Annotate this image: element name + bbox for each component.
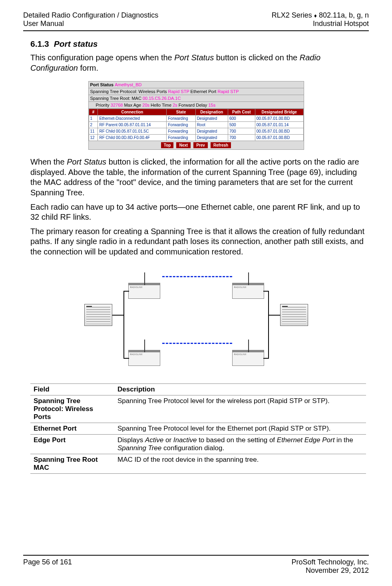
page-footer: Page 56 of 161 ProSoft Technology, Inc. … (23, 558, 369, 575)
c: 1 (89, 115, 98, 122)
wire-icon (112, 315, 124, 316)
table-row: Edge Port Displays Active or Inactive to… (30, 434, 366, 454)
pl3h: 15s (208, 103, 215, 107)
c: 500 (228, 122, 255, 128)
fd-desc: Spanning Tree Protocol level for the wir… (114, 395, 366, 423)
switch-right-icon (280, 304, 308, 326)
wire-icon (263, 358, 269, 359)
fd-desc: MAC ID of the root device in the spannin… (114, 454, 366, 473)
pl3f: 2s (173, 103, 177, 107)
ps-proto-line1: Spanning Tree Protocol: Wireless Ports R… (89, 88, 304, 95)
c: 00.05.87.01.00.BD (255, 115, 303, 122)
ps-proto-line2: Spanning Tree Root: MAC 00.15.C5.26.DA.1… (89, 95, 304, 102)
ps-row: 11RF Child 00.05.87.01.01.5CForwardingDe… (89, 128, 303, 135)
t: configuration dialog. (161, 444, 224, 452)
c: RF Child 00.05.87.01.01.5C (98, 128, 167, 135)
paragraph-3: Each radio can have up to 34 active port… (30, 202, 369, 222)
fd-field: Spanning Tree Protocol: Wireless Ports (30, 395, 114, 423)
pl2b: 00.15.C5.26.DA.1C (143, 96, 181, 101)
c: 700 (228, 128, 255, 135)
pl1a: Spanning Tree Protocol: Wireless Ports (90, 89, 168, 94)
pl3b: 32768 (111, 103, 123, 107)
top-button[interactable]: Top (161, 142, 174, 148)
topology (84, 262, 308, 378)
port-status-figure: Port Status Amethyst_BD Spanning Tree Pr… (23, 81, 369, 150)
section-number: 6.1.3 (30, 39, 49, 48)
radio-bottom-right-icon (232, 350, 264, 366)
pl1b: Rapid STP (168, 89, 189, 94)
t: Inactive (173, 436, 197, 444)
wireless-link-top-icon (162, 276, 232, 277)
ps-h4: Path Cost (228, 109, 255, 115)
ps-h3: Designation (195, 109, 228, 115)
t: in the (334, 436, 353, 444)
c: 00.05.87.01.01.14 (255, 122, 303, 128)
t: to based on the setting of (197, 436, 277, 444)
paragraph-4: The primary reason for creating a Spanni… (30, 226, 369, 257)
c: Ethernet-Disconnected (98, 115, 167, 122)
paragraph-intro: This configuration page opens when the P… (30, 53, 369, 73)
c: RF Parent 00.05.87.01.01.14 (98, 122, 167, 128)
c: Designated (195, 128, 228, 135)
pl3a: Priority (96, 103, 111, 107)
radio-top-left-icon (128, 283, 160, 299)
c: 00.05.87.01.00.BD (255, 135, 303, 141)
header-right-line2: Industrial Hotspot (272, 20, 369, 28)
prev-button[interactable]: Prev (193, 142, 208, 148)
c: 11 (89, 128, 98, 135)
diamond-icon: ♦ (314, 12, 317, 19)
ps-row: 2RF Parent 00.05.87.01.01.14ForwardingRo… (89, 122, 303, 128)
c: Forwarding (167, 115, 195, 122)
c: RF Child 00.0D.8D.F0.00.4F (98, 135, 167, 141)
c: 2 (89, 122, 98, 128)
wire-icon (123, 291, 129, 292)
paragraph-2: When the Port Status button is clicked, … (30, 157, 369, 198)
table-row: Spanning Tree Root MAC MAC ID of the roo… (30, 454, 366, 473)
header-left-line2: User Manual (23, 20, 158, 28)
t: Ethernet Edge Port (277, 436, 335, 444)
header-left-line1: Detailed Radio Configuration / Diagnosti… (23, 11, 158, 20)
t: Active (145, 436, 163, 444)
p1c: button is clicked on the (214, 53, 300, 62)
pl1c: Ethernet Port (189, 89, 218, 94)
port-status-table: # Connection State Designation Path Cost… (89, 109, 304, 141)
port-status-title: Port Status Amethyst_BD (89, 81, 304, 88)
t: Spanning Tree (117, 444, 161, 452)
wire-icon (123, 291, 124, 359)
port-status-panel: Port Status Amethyst_BD Spanning Tree Pr… (88, 81, 304, 150)
fd-field: Spanning Tree Root MAC (30, 454, 114, 473)
p1b: Port Status (174, 53, 214, 62)
page-header: Detailed Radio Configuration / Diagnosti… (23, 11, 369, 28)
switch-left-icon (84, 304, 112, 326)
bottom-rule (23, 555, 369, 556)
fd-field: Ethernet Port (30, 423, 114, 434)
pl3d: 20s (142, 103, 149, 107)
c: Forwarding (167, 135, 195, 141)
wire-icon (263, 291, 269, 292)
header-left: Detailed Radio Configuration / Diagnosti… (23, 11, 158, 28)
p1a: This configuration page opens when the (30, 53, 174, 62)
topology-figure (23, 262, 369, 378)
ps-row: 12RF Child 00.0D.8D.F0.00.4FForwardingDe… (89, 135, 303, 141)
footer-right: ProSoft Technology, Inc. November 29, 20… (292, 558, 369, 575)
fd-head-desc: Description (114, 383, 366, 395)
wire-icon (268, 291, 269, 359)
t: or (163, 436, 173, 444)
next-button[interactable]: Next (176, 142, 191, 148)
c: Root (195, 122, 228, 128)
c: 700 (228, 135, 255, 141)
ps-h2: State (167, 109, 195, 115)
footer-left: Page 56 of 161 (23, 558, 72, 575)
radio-top-right-icon (232, 283, 264, 299)
fd-header-row: Field Description (30, 383, 366, 395)
c: Forwarding (167, 122, 195, 128)
ps-h0: # (89, 109, 98, 115)
pl3g: Forward Delay (177, 103, 209, 107)
refresh-button[interactable]: Refresh (211, 142, 231, 148)
header-right-line1: RLX2 Series ♦ 802.11a, b, g, n (272, 11, 369, 20)
ps-buttons: Top Next Prev Refresh (89, 141, 304, 149)
t: Displays (117, 436, 145, 444)
pl1d: Rapid STP (217, 89, 239, 94)
fd-field: Edge Port (30, 434, 114, 454)
section-heading: 6.1.3Port status (30, 39, 369, 49)
